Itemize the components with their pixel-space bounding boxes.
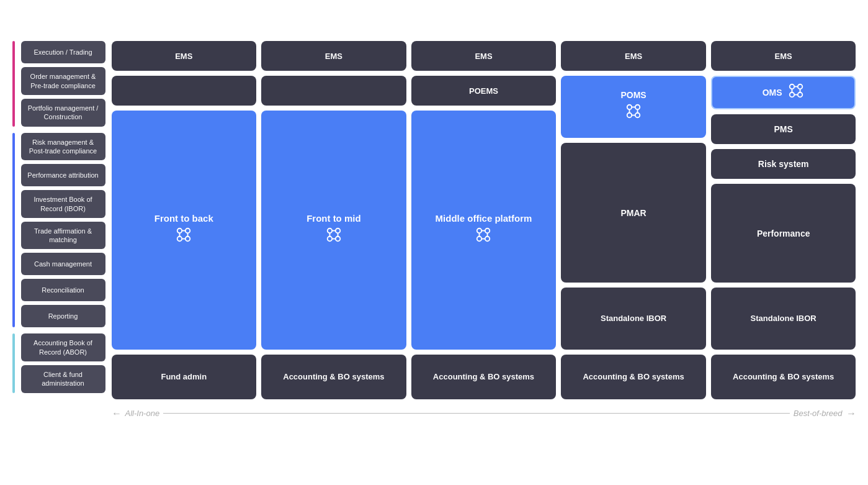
- col-2: EMS Front to mid Accounting & BO systems: [261, 41, 406, 399]
- col4-standalone-ibor: Standalone IBOR: [561, 288, 706, 350]
- sidebar-item-reporting: Reporting: [21, 305, 105, 327]
- svg-point-24: [627, 105, 632, 109]
- col1-front-to-back: Front to back: [112, 111, 257, 349]
- svg-point-17: [485, 229, 490, 233]
- oms-icon: [787, 82, 805, 103]
- main-container: Execution / Trading Order management & P…: [12, 41, 856, 443]
- sidebar-item-risk-mgmt: Risk management & Post-trade compliance: [21, 133, 105, 161]
- col2-empty: [261, 76, 406, 106]
- sidebar-item-recon: Reconciliation: [21, 279, 105, 301]
- col3-accounting-bo: Accounting & BO systems: [411, 355, 557, 399]
- col4-poms: POMS: [561, 76, 706, 138]
- sidebar-item-exec-trading: Execution / Trading: [21, 41, 105, 63]
- svg-point-18: [477, 237, 481, 241]
- sidebar-section-pink: Execution / Trading Order management & P…: [12, 41, 105, 126]
- col1-header: EMS: [112, 41, 257, 71]
- axis: ← All-In-one Best-of-breed →: [12, 408, 856, 419]
- sidebar-section-blue: Risk management & Post-trade compliance …: [12, 133, 105, 328]
- svg-point-1: [186, 229, 190, 233]
- svg-point-19: [485, 237, 490, 241]
- front-to-mid-icon: [325, 226, 342, 247]
- col3-header: EMS: [411, 41, 557, 71]
- col2-front-to-mid: Front to mid: [261, 111, 406, 349]
- sidebar-item-cash-mgmt: Cash management: [21, 253, 105, 275]
- svg-point-2: [177, 237, 182, 241]
- col2-accounting-bo: Accounting & BO systems: [261, 355, 406, 399]
- svg-point-8: [328, 229, 332, 233]
- sidebar-item-portfolio-mgmt: Portfolio management / Construction: [21, 99, 105, 127]
- col1-fund-admin: Fund admin: [112, 355, 257, 399]
- col4-pmar: PMAR: [561, 143, 706, 282]
- main-grid: Execution / Trading Order management & P…: [12, 41, 856, 399]
- svg-point-33: [797, 84, 802, 89]
- columns-area: EMS Front to back Fund admin: [112, 41, 856, 399]
- col5-risk: Risk system: [711, 149, 856, 179]
- col4-header: EMS: [561, 41, 706, 71]
- sidebar: Execution / Trading Order management & P…: [12, 41, 112, 399]
- svg-point-34: [789, 93, 794, 97]
- sidebar-section-cyan: Accounting Book of Record (ABOR) Client …: [12, 333, 105, 392]
- sidebar-item-order-mgmt: Order management & Pre-trade compliance: [21, 67, 105, 95]
- svg-point-26: [627, 113, 632, 117]
- svg-point-11: [336, 237, 340, 241]
- col3-middle-office: Middle office platform: [411, 111, 557, 349]
- col-4: EMS POMS PMAR Standalone IBOR: [561, 41, 706, 399]
- col3-poems: POEMS: [411, 76, 557, 106]
- sidebar-item-abor: Accounting Book of Record (ABOR): [21, 333, 105, 361]
- svg-point-27: [635, 113, 640, 117]
- col1-empty: [112, 76, 257, 106]
- svg-point-0: [177, 229, 182, 233]
- axis-label-right: Best-of-breed: [790, 409, 846, 418]
- col5-standalone-ibor: Standalone IBOR: [711, 288, 856, 350]
- middle-office-icon: [475, 226, 492, 247]
- col2-header: EMS: [261, 41, 406, 71]
- axis-label-left: All-In-one: [122, 409, 164, 418]
- col5-performance: Performance: [711, 184, 856, 282]
- svg-point-32: [789, 84, 794, 89]
- axis-arrow-right: →: [846, 408, 856, 419]
- svg-point-16: [477, 229, 481, 233]
- col5-oms: OMS: [711, 76, 856, 109]
- col4-accounting-bo: Accounting & BO systems: [561, 355, 706, 399]
- sidebar-item-perf-attr: Performance attribution: [21, 164, 105, 186]
- col-5: EMS OMS PMS Risk system: [711, 41, 856, 399]
- sidebar-item-trade-affirm: Trade affirmation & matching: [21, 222, 105, 250]
- svg-point-3: [186, 237, 190, 241]
- axis-line: [163, 413, 790, 414]
- front-to-back-icon: [175, 226, 192, 247]
- col-1: EMS Front to back Fund admin: [112, 41, 257, 399]
- col5-accounting-bo: Accounting & BO systems: [711, 355, 856, 399]
- col5-header: EMS: [711, 41, 856, 71]
- svg-point-9: [336, 229, 340, 233]
- col5-pms: PMS: [711, 114, 856, 144]
- sidebar-item-ibor: Investment Book of Record (IBOR): [21, 190, 105, 218]
- svg-point-35: [797, 93, 802, 97]
- axis-arrow-left: ←: [112, 408, 122, 419]
- sidebar-item-client-fund: Client & fund administration: [21, 365, 105, 393]
- svg-point-10: [328, 237, 332, 241]
- svg-point-25: [635, 105, 640, 109]
- poms-icon: [625, 102, 642, 124]
- col-3: EMS POEMS Middle office platform Account…: [411, 41, 557, 399]
